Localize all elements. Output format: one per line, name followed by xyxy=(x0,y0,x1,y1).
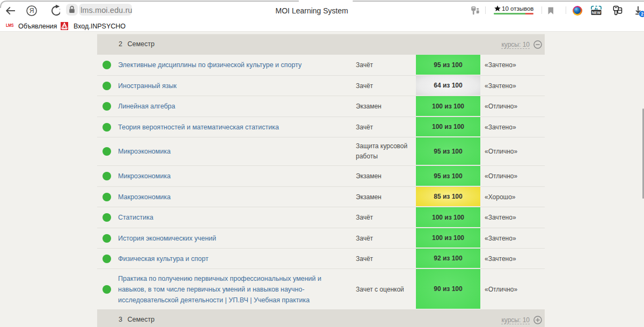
svg-text:Я: Я xyxy=(30,7,34,14)
svg-text:2: 2 xyxy=(641,11,643,17)
svg-text:NEW: NEW xyxy=(592,11,601,14)
